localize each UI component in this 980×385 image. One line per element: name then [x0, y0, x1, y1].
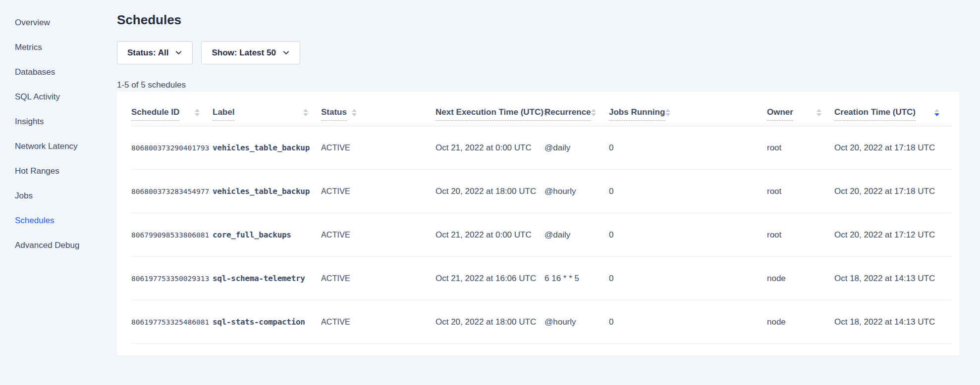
sidebar-item-advanced-debug[interactable]: Advanced Debug [0, 233, 116, 258]
table-body: 806800373290401793vehicles_table_backupA… [131, 126, 952, 344]
sort-arrows-icon [665, 109, 670, 116]
sort-down-arrow-icon [195, 113, 200, 116]
sort-down-arrow-icon [303, 113, 308, 116]
sort-down-arrow-icon [665, 113, 670, 116]
cell-recurrence: 6 16 * * 5 [544, 274, 609, 284]
column-header-recurrence[interactable]: Recurrence [544, 92, 609, 126]
cell-label: vehicles_table_backup [213, 187, 321, 196]
cell-id: 806800373283454977 [131, 188, 213, 195]
sort-down-arrow-icon [352, 113, 357, 116]
cell-id: 806197753350029313 [131, 275, 213, 283]
sidebar-item-jobs[interactable]: Jobs [0, 184, 116, 208]
column-header-label: Jobs Running [609, 107, 665, 121]
sort-up-arrow-icon [817, 109, 821, 112]
sidebar-item-hot-ranges[interactable]: Hot Ranges [0, 159, 116, 184]
sidebar-item-label: Jobs [15, 191, 33, 201]
cell-owner: root [767, 187, 834, 196]
sort-arrows-icon [195, 109, 200, 116]
sort-arrows-icon [934, 109, 939, 116]
sort-arrows-icon [303, 109, 308, 116]
status-filter-label: Status: All [127, 48, 168, 58]
table-row: 806197753350029313sql-schema-telemetryAC… [131, 257, 952, 300]
table-row: 806799098533806081core_full_backupsACTIV… [131, 213, 952, 257]
cell-jobs-running: 0 [609, 230, 683, 240]
cell-recurrence: @daily [544, 230, 609, 240]
show-filter-label: Show: Latest 50 [212, 48, 275, 58]
cell-recurrence: @hourly [544, 317, 609, 327]
table-row: 806197753325486081sql-stats-compactionAC… [131, 300, 952, 344]
cell-next-execution: Oct 21, 2022 at 0:00 UTC [436, 230, 544, 240]
cell-recurrence: @hourly [544, 187, 609, 196]
sort-arrows-icon [817, 109, 821, 116]
cell-next-execution: Oct 21, 2022 at 0:00 UTC [436, 143, 544, 153]
status-filter-dropdown[interactable]: Status: All [117, 41, 193, 64]
cell-creation-time: Oct 18, 2022 at 14:13 UTC [834, 317, 952, 327]
sidebar-item-metrics[interactable]: Metrics [0, 35, 116, 60]
cell-status: ACTIVE [321, 231, 370, 240]
column-header-jobs-running[interactable]: Jobs Running [609, 92, 683, 126]
cell-status: ACTIVE [321, 187, 370, 196]
sidebar-item-overview[interactable]: Overview [0, 10, 116, 35]
sidebar-item-label: Hot Ranges [15, 166, 59, 176]
sidebar-item-sql-activity[interactable]: SQL Activity [0, 85, 116, 109]
cell-id: 806799098533806081 [131, 231, 213, 239]
column-header-label: Schedule ID [131, 107, 179, 121]
column-header-next-execution[interactable]: Next Execution Time (UTC) [436, 92, 544, 126]
column-header-label: Label [213, 107, 234, 121]
cell-label: sql-stats-compaction [213, 317, 321, 327]
sidebar-nav: Overview Metrics Databases SQL Activity … [0, 10, 116, 258]
table-header-row: Schedule ID Label Status Next Execution … [131, 92, 952, 126]
sort-up-arrow-icon [195, 109, 200, 112]
filters-bar: Status: All Show: Latest 50 [117, 41, 959, 64]
sort-up-arrow-icon [303, 109, 308, 112]
sidebar-item-label: Advanced Debug [15, 241, 79, 250]
cell-status: ACTIVE [321, 318, 370, 327]
sidebar-item-label: Insights [15, 117, 44, 127]
sidebar-item-label: Schedules [15, 216, 54, 226]
sidebar-item-databases[interactable]: Databases [0, 60, 116, 85]
cell-jobs-running: 0 [609, 187, 683, 196]
cell-jobs-running: 0 [609, 317, 683, 327]
sidebar-item-schedules[interactable]: Schedules [0, 208, 116, 233]
cell-id: 806197753325486081 [131, 318, 213, 326]
cell-recurrence: @daily [544, 143, 609, 153]
sidebar-item-label: Databases [15, 67, 55, 77]
sidebar: Overview Metrics Databases SQL Activity … [0, 0, 116, 385]
cell-next-execution: Oct 21, 2022 at 16:06 UTC [436, 274, 544, 284]
column-header-label[interactable]: Label [213, 92, 321, 126]
column-header-label: Owner [767, 107, 793, 121]
cell-label: core_full_backups [213, 230, 321, 240]
column-header-status[interactable]: Status [321, 92, 370, 126]
cell-jobs-running: 0 [609, 274, 683, 284]
cell-status: ACTIVE [321, 144, 370, 152]
sort-down-arrow-icon [591, 113, 596, 116]
sidebar-item-label: Overview [15, 18, 50, 28]
cell-label: vehicles_table_backup [213, 143, 321, 152]
table-row: 806800373290401793vehicles_table_backupA… [131, 126, 952, 170]
sort-arrows-icon [591, 109, 596, 116]
column-header-label: Recurrence [544, 107, 591, 121]
cell-jobs-running: 0 [609, 143, 683, 153]
column-header-id[interactable]: Schedule ID [131, 92, 213, 126]
column-header-creation-time[interactable]: Creation Time (UTC) [834, 92, 952, 126]
sidebar-item-insights[interactable]: Insights [0, 109, 116, 134]
cell-id: 806800373290401793 [131, 144, 213, 152]
column-header-owner[interactable]: Owner [767, 92, 834, 126]
sort-down-arrow-icon [817, 113, 821, 116]
cell-creation-time: Oct 20, 2022 at 17:18 UTC [834, 187, 952, 196]
chevron-down-icon [175, 49, 182, 56]
sort-up-arrow-icon [352, 109, 357, 112]
schedules-table-card: Schedule ID Label Status Next Execution … [117, 92, 959, 355]
main-content: Schedules Status: All Show: Latest 50 1-… [117, 0, 959, 355]
show-filter-dropdown[interactable]: Show: Latest 50 [201, 41, 300, 64]
cell-owner: node [767, 317, 834, 327]
sidebar-item-network-latency[interactable]: Network Latency [0, 134, 116, 159]
cell-owner: node [767, 274, 834, 284]
column-header-label: Status [321, 107, 347, 121]
cell-owner: root [767, 143, 834, 153]
sort-down-arrow-icon [934, 113, 939, 116]
sidebar-item-label: Network Latency [15, 142, 78, 151]
column-header-label: Next Execution Time (UTC) [436, 107, 544, 121]
column-header-label: Creation Time (UTC) [834, 107, 916, 121]
cell-status: ACTIVE [321, 274, 370, 283]
